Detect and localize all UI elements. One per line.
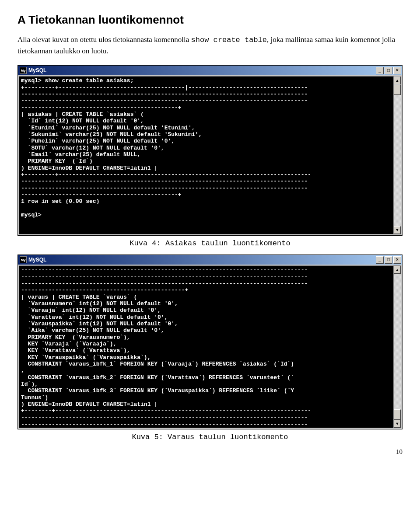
maximize-button[interactable]: □	[385, 67, 392, 74]
figure-4-caption: Kuva 4: Asiakas taulun luontikomento	[18, 239, 402, 248]
scroll-up-icon[interactable]: ▲	[394, 77, 401, 84]
mysql-window-1: My MySQL _ □ × mysql> show create table …	[18, 65, 402, 236]
app-icon: My	[20, 256, 27, 263]
mysql-window-2: My MySQL _ □ × -------------------------…	[18, 255, 402, 429]
minimize-button[interactable]: _	[376, 256, 384, 264]
window-title: MySQL	[28, 67, 375, 73]
close-button[interactable]: ×	[393, 67, 401, 74]
vertical-scrollbar[interactable]: ▲ ▼	[394, 265, 401, 428]
intro-paragraph: Alla olevat kuvat on otettu ulos tietoka…	[18, 35, 402, 56]
intro-text-pre: Alla olevat kuvat on otettu ulos tietoka…	[18, 35, 191, 44]
vertical-scrollbar[interactable]: ▲ ▼	[394, 76, 401, 234]
app-icon: My	[20, 67, 27, 74]
close-button[interactable]: ×	[393, 256, 401, 264]
scroll-thumb[interactable]	[394, 84, 401, 95]
scroll-down-icon[interactable]: ▼	[394, 420, 401, 428]
scroll-track[interactable]	[394, 95, 401, 226]
scroll-down-icon[interactable]: ▼	[394, 226, 401, 234]
titlebar: My MySQL _ □ ×	[18, 66, 402, 75]
figure-5-caption: Kuva 5: Varaus taulun luontikomento	[18, 433, 402, 441]
terminal-output-1[interactable]: mysql> show create table asiakas; +-----…	[19, 76, 394, 234]
titlebar: My MySQL _ □ ×	[18, 255, 402, 265]
scroll-up-icon[interactable]: ▲	[394, 266, 401, 274]
window-title: MySQL	[28, 257, 375, 263]
client-area: mysql> show create table asiakas; +-----…	[18, 75, 402, 235]
intro-code: show create table	[191, 36, 267, 44]
minimize-button[interactable]: _	[376, 67, 384, 74]
scroll-thumb[interactable]	[394, 409, 401, 420]
maximize-button[interactable]: □	[385, 256, 392, 264]
page-title: A Tietokannan luontikomennot	[18, 13, 402, 27]
terminal-output-2[interactable]: ----------------------------------------…	[19, 265, 394, 428]
page-number: 10	[18, 448, 402, 456]
client-area: ----------------------------------------…	[18, 265, 402, 429]
scroll-track[interactable]	[394, 274, 401, 409]
